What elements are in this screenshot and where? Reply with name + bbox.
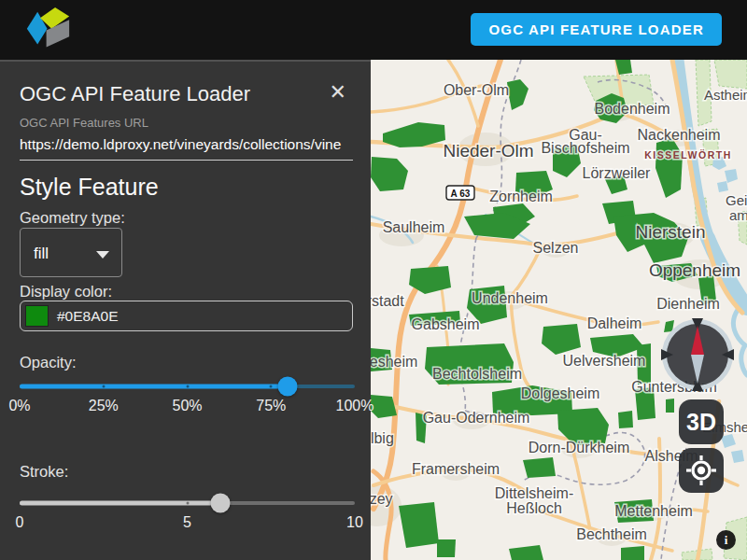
tick-label: 10 xyxy=(346,514,363,531)
map-town-label: Bechtheim xyxy=(576,526,647,542)
opacity-slider-thumb[interactable] xyxy=(278,377,298,397)
slider-tick xyxy=(186,385,189,388)
map-town-label: Bischofsheim xyxy=(541,140,629,156)
tick-label: 100% xyxy=(336,398,374,414)
tick-label: 0 xyxy=(16,514,24,531)
map-town-label: Alzey xyxy=(371,491,393,507)
top-bar: OGC API FEATURE LOADER xyxy=(0,0,747,60)
map-town-label: am xyxy=(729,207,747,223)
map-town-label: Undenheim xyxy=(472,290,548,306)
compass-control[interactable] xyxy=(661,318,734,391)
map-town-label: Gabsheim xyxy=(412,316,480,332)
stroke-tick-labels: 0 5 10 xyxy=(20,514,355,533)
map-town-label: Dorn-Dürkheim xyxy=(529,440,629,455)
vineyard-feature[interactable] xyxy=(655,138,683,198)
stroke-label: Stroke: xyxy=(20,463,68,481)
map-town-label: Saulheim xyxy=(383,219,445,235)
geometry-type-value: fill xyxy=(34,245,49,263)
stroke-slider-track[interactable] xyxy=(20,501,220,506)
url-field-label: OGC API Features URL xyxy=(20,116,148,130)
river xyxy=(733,310,747,375)
lake xyxy=(725,169,738,183)
map-town-label: Nieder-Olm xyxy=(443,141,533,161)
tick-label: 25% xyxy=(89,398,119,414)
map-town-label: Nackenheim xyxy=(638,127,721,143)
opacity-label: Opacity: xyxy=(20,354,77,371)
cube-logo-icon xyxy=(26,7,70,54)
tick-label: 0% xyxy=(8,398,30,414)
opacity-slider[interactable] xyxy=(20,376,355,397)
ogc-api-feature-loader-button[interactable]: OGC API FEATURE LOADER xyxy=(471,13,722,46)
crosshair-icon xyxy=(686,455,716,485)
map-town-label: Selzen xyxy=(533,240,579,256)
map-town-label: Gau-Odernheim xyxy=(423,410,530,426)
map-town-label: Bodenheim xyxy=(595,101,670,117)
stroke-slider-thumb[interactable] xyxy=(211,494,231,513)
geolocate-button[interactable] xyxy=(679,448,724,493)
map-town-label: KISSELWÖRTH xyxy=(644,149,732,161)
info-button[interactable]: i xyxy=(716,530,736,550)
map-town-label: Mettenheim xyxy=(614,503,693,519)
display-color-input[interactable]: #0E8A0E xyxy=(20,301,353,331)
map-town-label: Lörzweiler xyxy=(583,165,652,181)
map-town-label: Dienheim xyxy=(656,296,720,312)
tick-label: 50% xyxy=(172,398,202,414)
display-color-value: #0E8A0E xyxy=(57,308,119,325)
toggle-3d-button[interactable]: 3D xyxy=(679,399,724,444)
panel-title: OGC API Feature Loader xyxy=(20,82,250,106)
style-feature-heading: Style Feature xyxy=(20,174,159,201)
tick-label: 5 xyxy=(183,514,191,531)
feature-loader-panel: OGC API Feature Loader ✕ OGC API Feature… xyxy=(0,60,371,560)
lake xyxy=(717,181,728,192)
vineyard-feature[interactable] xyxy=(437,539,456,557)
lake xyxy=(721,434,736,448)
chevron-down-icon xyxy=(96,251,109,259)
lake xyxy=(731,450,744,463)
map-town-label: Spiesheim xyxy=(371,354,417,370)
vineyard-feature[interactable] xyxy=(523,457,556,478)
ogc-api-url-input[interactable] xyxy=(20,133,353,161)
map-town-label: Dolgesheim xyxy=(521,385,599,401)
vineyard-feature[interactable] xyxy=(371,395,397,418)
opacity-slider-track[interactable] xyxy=(20,385,288,389)
map-town-label: Albig xyxy=(371,430,394,446)
vineyard-feature[interactable] xyxy=(666,399,674,413)
display-color-label: Display color: xyxy=(20,283,112,301)
map-town-label: Uelversheim xyxy=(563,353,646,369)
map-town-label: Ober-Olm xyxy=(444,82,509,98)
app: OGC API FEATURE LOADER OGC API Feature L… xyxy=(0,0,747,560)
vineyard-feature[interactable] xyxy=(618,411,633,428)
map-canvas[interactable]: Ober-OlmBodenheimNackenheimKISSELWÖRTHAs… xyxy=(371,60,747,560)
close-icon[interactable]: ✕ xyxy=(330,82,346,103)
map-town-label: Oppenheim xyxy=(649,260,740,280)
vineyard-feature[interactable] xyxy=(621,546,644,560)
map-town-label: Geinsheim xyxy=(726,192,747,208)
tick-label: 75% xyxy=(256,398,286,414)
map-town-label: Framersheim xyxy=(412,461,500,477)
color-swatch xyxy=(25,305,49,327)
map-town-label: Nierstein xyxy=(636,222,706,242)
vineyard-feature[interactable] xyxy=(399,502,439,548)
map-town-label: Wörrstadt xyxy=(371,293,404,309)
slider-tick xyxy=(270,385,273,388)
slider-tick xyxy=(102,385,105,388)
stroke-slider[interactable] xyxy=(20,493,355,513)
vineyard-feature[interactable] xyxy=(509,545,543,560)
opacity-tick-labels: 0% 25% 50% 75% 100% xyxy=(20,398,355,416)
map-town-label: Dittelsheim- xyxy=(495,485,573,501)
road-shield-label: A 63 xyxy=(451,189,471,199)
geometry-type-label: Geometry type: xyxy=(20,209,125,227)
vineyard-feature[interactable] xyxy=(507,79,529,110)
map-town-label: Bechtolsheim xyxy=(432,366,522,382)
map-town-label: Heßloch xyxy=(506,500,562,516)
vineyard-feature[interactable] xyxy=(542,324,581,355)
map-town-label: Dalheim xyxy=(587,315,642,331)
vineyard-feature[interactable] xyxy=(371,157,408,191)
geometry-type-select[interactable]: fill xyxy=(20,228,122,277)
map-town-label: Astheim xyxy=(704,87,747,103)
slider-tick xyxy=(186,502,189,505)
map-town-label: Zornheim xyxy=(489,189,553,204)
greenspace-area xyxy=(714,60,747,89)
